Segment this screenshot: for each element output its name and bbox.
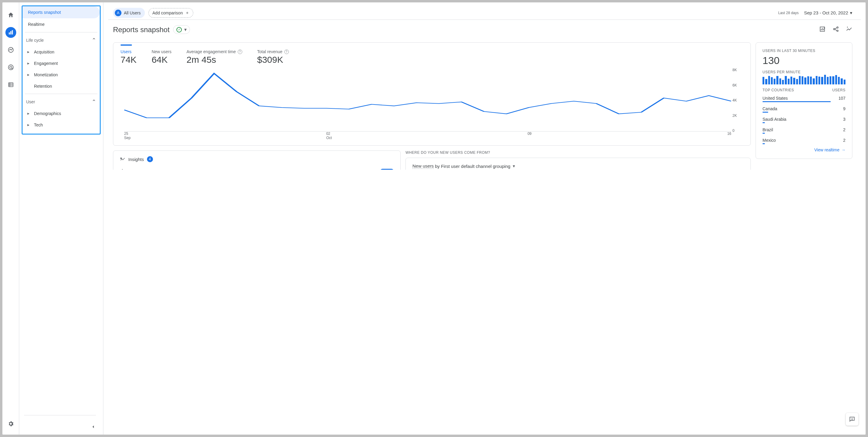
sidebar-item-retention[interactable]: ▶ Retention — [23, 80, 100, 92]
svg-point-17 — [852, 419, 852, 420]
active-metric-underline — [121, 44, 132, 46]
svg-rect-1 — [10, 31, 11, 35]
insights-trend-icon[interactable] — [846, 26, 852, 34]
country-bar — [763, 143, 765, 144]
data-quality-indicator[interactable]: ✓ ▾ — [173, 25, 190, 34]
reports-icon[interactable] — [5, 27, 16, 38]
insight-row[interactable]: INSIGHT New — [120, 169, 394, 170]
metric-label: New users — [152, 49, 171, 54]
country-value: 2 — [843, 138, 845, 143]
country-name: Brazil — [763, 127, 773, 132]
sidebar-item-label: Monetization — [34, 72, 58, 77]
channel-card-title[interactable]: New users by First user default channel … — [412, 163, 744, 169]
add-comparison-button[interactable]: Add comparison ＋ — [149, 8, 193, 18]
app-frame: Reports snapshot Realtime Life cycle ⌃ ▶… — [2, 2, 866, 435]
sidebar-item-engagement[interactable]: ▶ Engagement — [23, 58, 100, 69]
sidebar-section-user[interactable]: User ⌃ — [23, 96, 100, 108]
metric-total-revenue[interactable]: Total revenue ? $309K — [257, 49, 289, 65]
spark-bar — [779, 78, 781, 85]
section-question: WHERE DO YOUR NEW USERS COME FROM? — [405, 150, 751, 155]
country-name: Canada — [763, 106, 777, 111]
insights-title: Insights 4 — [120, 156, 394, 162]
help-icon[interactable]: ? — [238, 49, 242, 54]
sidebar-item-monetization[interactable]: ▶ Monetization — [23, 69, 100, 80]
channel-metric-link[interactable]: New users — [412, 163, 434, 169]
spark-bar — [810, 76, 812, 85]
y-tick: 6K — [733, 83, 743, 88]
row-2: Insights 4 INSIGHT New WHERE DO YOUR NEW… — [113, 150, 751, 170]
x-tick: 02Oct — [326, 132, 332, 140]
country-bar — [763, 122, 765, 123]
spark-bar — [776, 76, 778, 85]
sidebar-item-label: Acquisition — [34, 49, 54, 54]
sidebar-item-label: Tech — [34, 123, 43, 127]
realtime-column-labels: TOP COUNTRIES USERS — [763, 88, 845, 92]
caret-right-icon: ▶ — [27, 62, 30, 65]
sidebar-item-tech[interactable]: ▶ Tech — [23, 119, 100, 131]
sparkle-trend-icon — [120, 157, 125, 162]
spark-bar — [799, 76, 801, 85]
collapse-sidebar-button[interactable] — [90, 424, 96, 431]
spark-bar — [824, 75, 826, 85]
chevron-up-icon: ⌃ — [92, 99, 96, 105]
sidebar-section-life-cycle[interactable]: Life cycle ⌃ — [23, 34, 100, 46]
overview-card: Users 74K New users 64K Average engageme… — [113, 42, 751, 146]
content-area: Users 74K New users 64K Average engageme… — [108, 35, 861, 170]
chevron-up-icon: ⌃ — [92, 37, 96, 43]
help-icon[interactable]: ? — [284, 49, 289, 54]
sidebar-item-label: Realtime — [28, 22, 44, 27]
sidebar-section-label: User — [26, 99, 35, 104]
country-value: 3 — [843, 117, 845, 122]
sidebar-item-reports-snapshot[interactable]: Reports snapshot — [23, 6, 100, 18]
country-bar — [763, 112, 768, 113]
metric-users[interactable]: Users 74K — [121, 49, 136, 65]
new-badge: New — [380, 169, 394, 170]
sidebar-item-demographics[interactable]: ▶ Demographics — [23, 108, 100, 119]
realtime-per-minute-label: USERS PER MINUTE — [763, 70, 845, 74]
page-title: Reports snapshot — [113, 26, 169, 34]
share-icon[interactable] — [833, 26, 839, 34]
feedback-button[interactable] — [846, 413, 858, 426]
sidebar-item-label: Demographics — [34, 111, 61, 116]
configure-icon[interactable] — [5, 79, 16, 90]
sidebar-item-realtime[interactable]: Realtime — [23, 18, 100, 30]
svg-line-14 — [835, 28, 837, 29]
realtime-card: USERS IN LAST 30 MINUTES 130 USERS PER M… — [755, 42, 852, 159]
main-content: A All Users Add comparison ＋ Last 28 day… — [103, 2, 866, 435]
home-icon[interactable] — [5, 10, 16, 21]
title-actions — [819, 26, 852, 34]
customize-report-icon[interactable] — [819, 26, 826, 34]
sidebar-item-label: Reports snapshot — [28, 10, 61, 15]
spark-bar — [844, 79, 845, 85]
date-range-label: Last 28 days — [778, 11, 799, 15]
add-comparison-label: Add comparison — [152, 10, 183, 15]
country-row: United States107 — [763, 94, 845, 101]
y-tick: 4K — [733, 98, 743, 102]
admin-gear-icon[interactable] — [5, 418, 16, 429]
sidebar: Reports snapshot Realtime Life cycle ⌃ ▶… — [19, 2, 103, 435]
metric-new-users[interactable]: New users 64K — [152, 49, 171, 65]
advertising-icon[interactable] — [5, 62, 16, 73]
view-realtime-link[interactable]: View realtime → — [814, 147, 845, 152]
metric-label: Total revenue ? — [257, 49, 289, 54]
caret-right-icon: ▶ — [27, 112, 30, 115]
spark-bar — [835, 75, 837, 85]
explore-icon[interactable] — [5, 44, 16, 55]
svg-rect-0 — [9, 32, 10, 35]
country-row: Canada9 — [763, 104, 845, 112]
segment-chip-all-users[interactable]: A All Users — [113, 8, 145, 18]
spark-bar — [771, 77, 773, 85]
metric-avg-engagement-time[interactable]: Average engagement time ? 2m 45s — [187, 49, 242, 65]
sparkle-icon — [120, 169, 125, 170]
spark-bar — [793, 78, 795, 85]
insights-label: Insights — [128, 157, 144, 162]
country-row: Brazil2 — [763, 126, 845, 133]
spark-bar — [838, 77, 840, 85]
users-line-chart: 8K6K4K2K0 25Sep02Oct0916 — [121, 68, 743, 140]
plus-icon: ＋ — [185, 10, 189, 15]
sidebar-item-acquisition[interactable]: ▶ Acquisition — [23, 46, 100, 58]
report-nav-highlight-box: Reports snapshot Realtime Life cycle ⌃ ▶… — [22, 5, 101, 135]
date-range-picker[interactable]: Sep 23 - Oct 20, 2022 ▾ — [804, 10, 852, 15]
metric-label: Average engagement time ? — [187, 49, 242, 54]
segment-badge: A — [115, 10, 121, 16]
